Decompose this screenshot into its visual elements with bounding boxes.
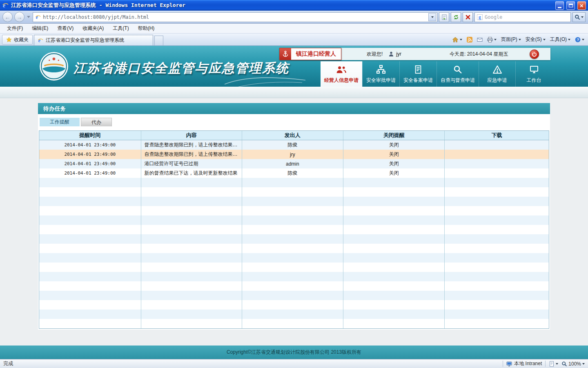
filing-doc-icon (412, 64, 424, 75)
nav-item-safety-approval[interactable]: 安全审批申请 (362, 61, 399, 87)
rss-icon (467, 37, 472, 43)
compatibility-view-button[interactable] (439, 12, 449, 22)
table-body: 2014-04-01 23:49:00督查隐患整改期限已到，请上传整改结果…陈俊… (39, 140, 549, 328)
favorites-button[interactable]: 收藏夹 (2, 35, 33, 45)
table-row: 2014-04-01 23:49:00新的督查结果已下达，请及时更新整改结果陈俊… (39, 168, 549, 178)
nav-item-safety-filing[interactable]: 安全备案申请 (399, 61, 437, 87)
empty-table-row (39, 206, 549, 215)
menu-item-file[interactable]: 文件(F) (2, 24, 27, 33)
home-button[interactable] (452, 35, 462, 45)
nav-item-emergency[interactable]: 应急申请 (479, 61, 515, 87)
minimize-button[interactable] (555, 1, 564, 10)
column-header-content: 内容 (141, 131, 242, 140)
cell-time (39, 178, 141, 187)
safety-menu-button[interactable]: 安全(S) (526, 35, 546, 45)
empty-table-row (39, 215, 549, 225)
feeds-button[interactable] (467, 35, 472, 45)
search-input[interactable]: Google (485, 14, 568, 20)
empty-table-row (39, 197, 549, 206)
cell-time (39, 263, 141, 272)
close-button[interactable]: × (577, 1, 586, 10)
cell-download (445, 263, 549, 272)
tab-work-reminders[interactable]: 工作提醒 (40, 118, 80, 126)
page-menu-button[interactable]: 页面(P) (501, 35, 521, 45)
cell-content (141, 281, 242, 291)
cell-content (141, 234, 242, 244)
cell-time (39, 300, 141, 310)
cell-download (445, 140, 549, 150)
cell-sender (242, 234, 343, 244)
zoom-magnifier-icon (561, 361, 567, 367)
zoom-menu-button[interactable] (549, 361, 558, 367)
cell-close (343, 272, 445, 281)
history-dropdown-button[interactable] (27, 16, 30, 18)
chevron-down-icon (582, 39, 584, 40)
menubar: 文件(F) 编辑(E) 查看(V) 收藏夹(A) 工具(T) 帮助(H) (0, 24, 588, 34)
address-field[interactable]: e http://localhost:8080/yjpt/Main.html (33, 12, 437, 22)
tab-pending[interactable]: 代办 (81, 118, 112, 126)
cell-content (141, 291, 242, 300)
cell-time (39, 272, 141, 281)
new-tab-button[interactable] (154, 36, 163, 45)
address-input[interactable]: http://localhost:8080/yjpt/Main.html (43, 14, 426, 20)
menu-item-edit[interactable]: 编辑(E) (27, 24, 53, 33)
menu-item-tools[interactable]: 工具(T) (108, 24, 133, 33)
operators-icon (335, 64, 347, 75)
search-box[interactable]: g Google (474, 12, 571, 22)
maximize-button[interactable] (566, 1, 575, 10)
cell-close[interactable]: 关闭 (343, 140, 445, 150)
cell-sender: admin (242, 159, 343, 168)
cell-time (39, 244, 141, 253)
menu-item-view[interactable]: 查看(V) (53, 24, 78, 33)
chevron-down-icon (581, 16, 584, 18)
help-icon: ? (575, 37, 581, 43)
read-mail-button[interactable] (477, 35, 483, 45)
empty-table-row (39, 187, 549, 197)
cell-download (445, 150, 549, 159)
magnifier-icon (575, 14, 580, 20)
cell-sender (242, 244, 343, 253)
menu-item-help[interactable]: 帮助(H) (134, 24, 159, 33)
nav-item-operator-info[interactable]: 经营人信息申请 (321, 61, 362, 87)
cell-download (445, 168, 549, 178)
cell-content (141, 300, 242, 310)
zoom-control[interactable]: 100% (561, 361, 585, 367)
favorites-label: 收藏夹 (14, 36, 29, 43)
stop-button[interactable] (463, 12, 473, 22)
cell-close[interactable]: 关闭 (343, 159, 445, 168)
nav-item-workbench[interactable]: 工作台 (515, 61, 552, 87)
browser-tab[interactable]: e 江苏省港口安全监管与应急管理系统 (34, 35, 153, 45)
address-dropdown-button[interactable] (428, 13, 436, 21)
cell-close[interactable]: 关闭 (343, 150, 445, 159)
statusbar: 完成 本地 Intranet 100% (0, 359, 588, 368)
cell-close[interactable]: 关闭 (343, 168, 445, 178)
panel-title: 待办任务 (38, 103, 550, 114)
logout-button[interactable] (530, 49, 539, 59)
window-title: 江苏省港口安全监管与应急管理系统 - Windows Internet Expl… (11, 2, 553, 9)
back-button[interactable]: ← (2, 12, 13, 22)
cell-content (141, 178, 242, 187)
search-button[interactable] (572, 12, 586, 22)
menu-item-favorites[interactable]: 收藏夹(A) (78, 24, 108, 33)
refresh-button[interactable] (451, 12, 461, 22)
emergency-alert-icon (491, 64, 503, 75)
cell-download (445, 281, 549, 291)
cell-close (343, 234, 445, 244)
print-button[interactable] (487, 35, 497, 45)
nav-item-self-inspection[interactable]: 自查与督查申请 (437, 61, 479, 87)
cell-sender (242, 281, 343, 291)
table-row: 2014-04-01 23:49:00自查隐患整改期限已到，请上传整改结果…jr… (39, 150, 549, 159)
cell-download (445, 197, 549, 206)
cell-download (445, 291, 549, 300)
cell-sender (242, 225, 343, 234)
forward-button[interactable]: → (14, 12, 24, 22)
site-header: 江苏省港口安全监管与应急管理系统 镇江港口经营人 欢迎您! (0, 46, 588, 87)
cell-sender (242, 206, 343, 215)
cell-content (141, 253, 242, 263)
cell-sender: 陈俊 (242, 140, 343, 150)
cell-sender (242, 263, 343, 272)
tools-menu-button[interactable]: 工具(O) (550, 35, 570, 45)
workbench-icon (528, 64, 540, 75)
cell-close (343, 253, 445, 263)
help-button[interactable]: ? (575, 35, 584, 45)
